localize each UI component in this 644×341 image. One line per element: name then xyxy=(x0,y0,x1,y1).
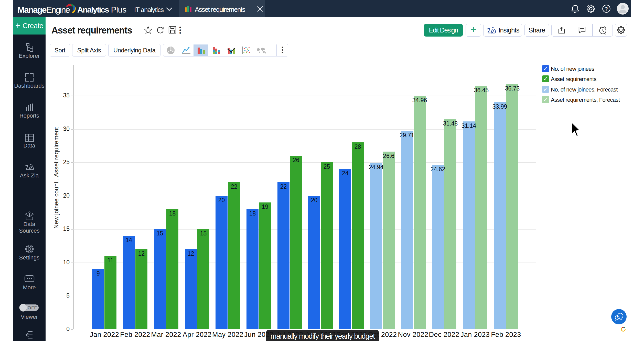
svg-text:?: ? xyxy=(605,6,608,12)
